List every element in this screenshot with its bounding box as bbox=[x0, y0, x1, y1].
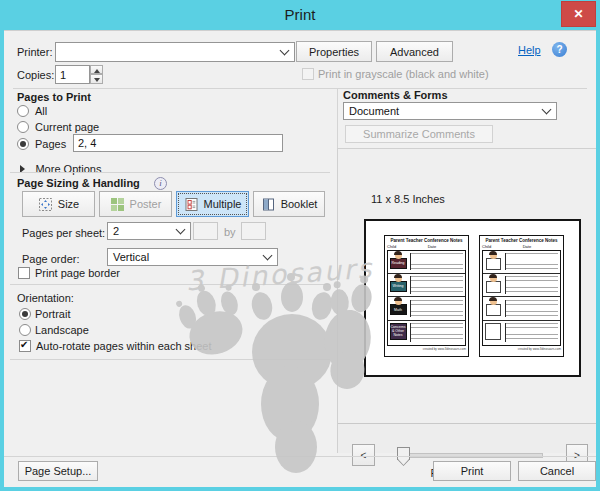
kid-avatar bbox=[490, 298, 497, 305]
summarize-comments-button: Summarize Comments bbox=[345, 125, 493, 143]
radio-portrait[interactable] bbox=[19, 308, 31, 320]
poster-button: Poster bbox=[99, 191, 172, 217]
sheet-footer: created by www.3dinosaurs.com bbox=[387, 347, 466, 351]
copies-input[interactable] bbox=[55, 65, 90, 84]
sign-concerns: Concerns & Other Notes bbox=[390, 323, 407, 340]
arrow-down-icon bbox=[94, 78, 100, 82]
note-lines bbox=[505, 253, 558, 270]
booklet-button[interactable]: Booklet bbox=[253, 191, 325, 217]
sheet-date-label: Date bbox=[428, 244, 436, 249]
pages-range-input[interactable] bbox=[73, 134, 283, 152]
pages-per-sheet-label: Pages per sheet: bbox=[22, 227, 105, 239]
print-dialog-window: Print ✕ Printer: Properties Advanced Hel… bbox=[0, 0, 600, 491]
help-icon[interactable]: ? bbox=[552, 42, 567, 57]
sheet-row: Concerns & Other Notes bbox=[388, 321, 465, 344]
print-button[interactable]: Print bbox=[433, 461, 511, 481]
kid-avatar bbox=[395, 275, 402, 282]
auto-rotate-checkbox[interactable] bbox=[19, 340, 31, 352]
close-button[interactable]: ✕ bbox=[561, 1, 596, 27]
printer-label: Printer: bbox=[17, 46, 52, 58]
kid-avatar bbox=[395, 252, 402, 259]
copies-stepper-down[interactable] bbox=[90, 74, 103, 84]
help-link[interactable]: Help bbox=[518, 44, 541, 56]
close-icon: ✕ bbox=[573, 7, 583, 21]
sheet-title: Parent Teacher Conference Notes bbox=[387, 238, 466, 243]
comments-forms-value: Document bbox=[349, 105, 399, 117]
radio-pages-label: Pages bbox=[35, 138, 66, 150]
comments-forms-heading: Comments & Forms bbox=[343, 89, 448, 101]
advanced-button[interactable]: Advanced bbox=[376, 41, 453, 62]
cancel-button[interactable]: Cancel bbox=[518, 461, 596, 481]
preview-panel: 11 x 8.5 Inches Parent Teacher Conferenc… bbox=[337, 148, 596, 453]
separator bbox=[13, 88, 587, 89]
note-lines bbox=[410, 276, 463, 293]
sheet-table: Reading Writing Math bbox=[387, 250, 466, 346]
sheet-row bbox=[483, 321, 560, 344]
sheet-row: Writing bbox=[388, 274, 465, 297]
auto-rotate-label: Auto-rotate pages within each sheet bbox=[36, 340, 212, 352]
sheet-cols-input bbox=[193, 222, 218, 240]
window-title: Print bbox=[0, 0, 600, 30]
sheet-row: Reading bbox=[388, 251, 465, 274]
separator bbox=[10, 172, 330, 173]
note-lines bbox=[505, 276, 558, 293]
sheet-rows-input bbox=[241, 222, 266, 240]
info-icon[interactable]: i bbox=[154, 177, 167, 190]
chevron-down-icon bbox=[263, 251, 273, 261]
printer-select[interactable] bbox=[55, 42, 295, 62]
kid-avatar bbox=[490, 252, 497, 259]
radio-current-page[interactable] bbox=[17, 121, 29, 133]
preview-area: 11 x 8.5 Inches Parent Teacher Conferenc… bbox=[338, 149, 596, 424]
sign-reading: Reading bbox=[390, 258, 407, 269]
more-options-toggle[interactable]: More Options bbox=[20, 159, 101, 177]
copies-stepper-up[interactable] bbox=[90, 65, 103, 74]
blank-sign bbox=[486, 258, 501, 270]
page-order-value: Vertical bbox=[113, 251, 149, 263]
note-lines bbox=[410, 323, 463, 341]
radio-current-page-label: Current page bbox=[35, 121, 99, 133]
radio-pages[interactable] bbox=[17, 138, 29, 150]
page-setup-button[interactable]: Page Setup... bbox=[18, 461, 98, 481]
note-lines bbox=[410, 300, 463, 317]
multiple-icon bbox=[184, 197, 199, 212]
radio-landscape[interactable] bbox=[19, 324, 31, 336]
chevron-down-icon bbox=[542, 105, 552, 115]
chevron-down-icon bbox=[176, 225, 186, 235]
more-options-label: More Options bbox=[35, 163, 101, 175]
size-button-label: Size bbox=[58, 198, 79, 210]
sheet-table bbox=[482, 250, 561, 346]
sheet-title: Parent Teacher Conference Notes bbox=[482, 238, 561, 243]
properties-button[interactable]: Properties bbox=[296, 41, 372, 62]
sheet-date-label: Date bbox=[523, 244, 531, 249]
copies-label: Copies: bbox=[17, 69, 54, 81]
preview-page-2: Parent Teacher Conference Notes ChildDat… bbox=[479, 235, 564, 357]
blank-sign bbox=[486, 281, 501, 293]
column-divider bbox=[337, 88, 338, 148]
booklet-icon bbox=[261, 197, 276, 212]
grayscale-checkbox bbox=[302, 68, 314, 80]
grayscale-label: Print in grayscale (black and white) bbox=[318, 68, 489, 80]
prev-page-button[interactable]: < bbox=[352, 444, 375, 466]
size-button[interactable]: Size bbox=[22, 191, 95, 217]
kid-avatar bbox=[395, 298, 402, 305]
print-page-border-checkbox[interactable] bbox=[18, 267, 30, 279]
dialog-body: Printer: Properties Advanced Help ? Copi… bbox=[4, 30, 596, 487]
radio-all-label: All bbox=[35, 105, 47, 117]
sheet-row bbox=[483, 251, 560, 274]
separator bbox=[4, 456, 596, 457]
arrow-up-icon bbox=[94, 69, 100, 73]
sheet-footer: created by www.3dinosaurs.com bbox=[482, 347, 561, 351]
pages-per-sheet-select[interactable]: 2 bbox=[107, 222, 191, 240]
sheet-row: Math bbox=[388, 297, 465, 320]
page-order-label: Page order: bbox=[22, 253, 79, 265]
blank-sign bbox=[485, 323, 501, 340]
multiple-button[interactable]: Multiple bbox=[176, 191, 249, 217]
size-icon bbox=[38, 197, 53, 212]
comments-forms-select[interactable]: Document bbox=[343, 102, 557, 120]
booklet-button-label: Booklet bbox=[281, 198, 318, 210]
sheet-child-label: Child bbox=[387, 244, 396, 249]
radio-all[interactable] bbox=[17, 105, 29, 117]
sheet-child-label: Child bbox=[482, 244, 491, 249]
preview-page-1: Parent Teacher Conference Notes ChildDat… bbox=[384, 235, 469, 357]
page-order-select[interactable]: Vertical bbox=[107, 248, 278, 266]
